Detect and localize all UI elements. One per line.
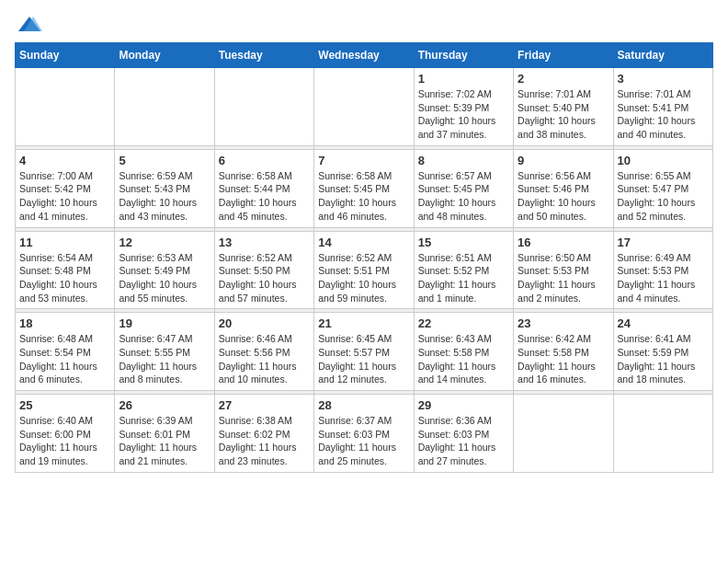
day-info: Sunrise: 6:47 AMSunset: 5:55 PMDaylight:… — [119, 332, 210, 386]
day-info: Sunrise: 7:01 AMSunset: 5:40 PMDaylight:… — [518, 87, 609, 142]
calendar-cell: 23Sunrise: 6:42 AMSunset: 5:58 PMDayligh… — [514, 313, 613, 391]
day-info: Sunrise: 6:39 AMSunset: 6:01 PMDaylight:… — [119, 414, 210, 468]
day-number: 20 — [219, 316, 310, 330]
calendar-cell: 2Sunrise: 7:01 AMSunset: 5:40 PMDaylight… — [514, 68, 613, 146]
calendar-cell: 3Sunrise: 7:01 AMSunset: 5:41 PMDaylight… — [613, 68, 712, 146]
day-info: Sunrise: 6:55 AMSunset: 5:47 PMDaylight:… — [618, 169, 709, 224]
header-day-tuesday: Tuesday — [214, 43, 313, 68]
calendar-cell: 15Sunrise: 6:51 AMSunset: 5:52 PMDayligh… — [414, 231, 513, 309]
day-number: 11 — [19, 236, 110, 249]
day-number: 7 — [318, 154, 409, 167]
day-info: Sunrise: 6:46 AMSunset: 5:56 PMDaylight:… — [219, 332, 310, 386]
day-info: Sunrise: 6:52 AMSunset: 5:50 PMDaylight:… — [219, 251, 310, 305]
day-info: Sunrise: 6:49 AMSunset: 5:53 PMDaylight:… — [618, 251, 709, 305]
day-info: Sunrise: 7:01 AMSunset: 5:41 PMDaylight:… — [618, 87, 709, 142]
day-number: 23 — [518, 316, 609, 330]
day-info: Sunrise: 6:57 AMSunset: 5:45 PMDaylight:… — [418, 169, 509, 224]
day-number: 24 — [618, 316, 709, 330]
calendar-cell: 13Sunrise: 6:52 AMSunset: 5:50 PMDayligh… — [214, 231, 313, 309]
day-info: Sunrise: 6:53 AMSunset: 5:49 PMDaylight:… — [119, 251, 210, 305]
day-number: 29 — [418, 398, 509, 412]
calendar-week-row: 11Sunrise: 6:54 AMSunset: 5:48 PMDayligh… — [16, 231, 713, 309]
day-info: Sunrise: 6:41 AMSunset: 5:59 PMDaylight:… — [618, 332, 709, 386]
day-number: 17 — [618, 236, 709, 249]
day-info: Sunrise: 6:51 AMSunset: 5:52 PMDaylight:… — [418, 251, 509, 305]
day-number: 14 — [318, 236, 409, 249]
day-number: 26 — [119, 398, 210, 412]
calendar-cell: 21Sunrise: 6:45 AMSunset: 5:57 PMDayligh… — [314, 313, 414, 391]
calendar-cell: 24Sunrise: 6:41 AMSunset: 5:59 PMDayligh… — [613, 313, 712, 391]
header-day-wednesday: Wednesday — [314, 43, 414, 68]
day-number: 3 — [618, 72, 709, 86]
calendar-cell: 14Sunrise: 6:52 AMSunset: 5:51 PMDayligh… — [314, 231, 414, 309]
calendar-cell — [115, 68, 214, 146]
day-number: 5 — [119, 154, 210, 167]
header-day-friday: Friday — [514, 43, 613, 68]
day-number: 28 — [318, 398, 409, 412]
day-info: Sunrise: 6:43 AMSunset: 5:58 PMDaylight:… — [418, 332, 509, 386]
calendar-cell: 7Sunrise: 6:58 AMSunset: 5:45 PMDaylight… — [314, 149, 414, 227]
day-info: Sunrise: 6:54 AMSunset: 5:48 PMDaylight:… — [19, 251, 110, 305]
day-info: Sunrise: 6:40 AMSunset: 6:00 PMDaylight:… — [19, 414, 110, 468]
header — [15, 15, 713, 35]
day-number: 25 — [19, 398, 110, 412]
calendar-cell — [16, 68, 115, 146]
day-info: Sunrise: 6:48 AMSunset: 5:54 PMDaylight:… — [19, 332, 110, 386]
day-number: 19 — [119, 316, 210, 330]
day-info: Sunrise: 6:45 AMSunset: 5:57 PMDaylight:… — [318, 332, 409, 386]
calendar-cell: 22Sunrise: 6:43 AMSunset: 5:58 PMDayligh… — [414, 313, 513, 391]
calendar-cell: 27Sunrise: 6:38 AMSunset: 6:02 PMDayligh… — [214, 395, 313, 473]
calendar-cell — [214, 68, 313, 146]
calendar-week-row: 1Sunrise: 7:02 AMSunset: 5:39 PMDaylight… — [16, 68, 713, 146]
day-number: 18 — [19, 316, 110, 330]
calendar-cell — [514, 395, 613, 473]
calendar-cell: 25Sunrise: 6:40 AMSunset: 6:00 PMDayligh… — [16, 395, 115, 473]
calendar-cell: 28Sunrise: 6:37 AMSunset: 6:03 PMDayligh… — [314, 395, 414, 473]
day-info: Sunrise: 7:02 AMSunset: 5:39 PMDaylight:… — [418, 87, 509, 142]
day-number: 16 — [518, 236, 609, 249]
day-number: 13 — [219, 236, 310, 249]
day-info: Sunrise: 6:56 AMSunset: 5:46 PMDaylight:… — [518, 169, 609, 224]
calendar-cell — [314, 68, 414, 146]
calendar-cell: 18Sunrise: 6:48 AMSunset: 5:54 PMDayligh… — [16, 313, 115, 391]
day-info: Sunrise: 6:50 AMSunset: 5:53 PMDaylight:… — [518, 251, 609, 305]
logo — [15, 15, 44, 35]
day-info: Sunrise: 6:37 AMSunset: 6:03 PMDaylight:… — [318, 414, 409, 468]
day-number: 8 — [418, 154, 509, 167]
calendar-cell: 17Sunrise: 6:49 AMSunset: 5:53 PMDayligh… — [613, 231, 712, 309]
day-number: 21 — [318, 316, 409, 330]
calendar-cell — [613, 395, 712, 473]
calendar-week-row: 4Sunrise: 7:00 AMSunset: 5:42 PMDaylight… — [16, 149, 713, 227]
calendar-cell: 5Sunrise: 6:59 AMSunset: 5:43 PMDaylight… — [115, 149, 214, 227]
calendar-cell: 9Sunrise: 6:56 AMSunset: 5:46 PMDaylight… — [514, 149, 613, 227]
calendar-header-row: SundayMondayTuesdayWednesdayThursdayFrid… — [16, 43, 713, 68]
day-number: 15 — [418, 236, 509, 249]
day-info: Sunrise: 6:42 AMSunset: 5:58 PMDaylight:… — [518, 332, 609, 386]
logo-icon — [17, 15, 42, 35]
calendar-cell: 10Sunrise: 6:55 AMSunset: 5:47 PMDayligh… — [613, 149, 712, 227]
day-number: 22 — [418, 316, 509, 330]
day-number: 9 — [518, 154, 609, 167]
day-info: Sunrise: 6:58 AMSunset: 5:44 PMDaylight:… — [219, 169, 310, 224]
day-number: 27 — [219, 398, 310, 412]
header-day-thursday: Thursday — [414, 43, 513, 68]
calendar-cell: 26Sunrise: 6:39 AMSunset: 6:01 PMDayligh… — [115, 395, 214, 473]
header-day-monday: Monday — [115, 43, 214, 68]
day-info: Sunrise: 6:38 AMSunset: 6:02 PMDaylight:… — [219, 414, 310, 468]
day-info: Sunrise: 7:00 AMSunset: 5:42 PMDaylight:… — [19, 169, 110, 224]
day-info: Sunrise: 6:36 AMSunset: 6:03 PMDaylight:… — [418, 414, 509, 468]
day-number: 10 — [618, 154, 709, 167]
calendar-cell: 29Sunrise: 6:36 AMSunset: 6:03 PMDayligh… — [414, 395, 513, 473]
day-number: 12 — [119, 236, 210, 249]
calendar-cell: 19Sunrise: 6:47 AMSunset: 5:55 PMDayligh… — [115, 313, 214, 391]
calendar-cell: 20Sunrise: 6:46 AMSunset: 5:56 PMDayligh… — [214, 313, 313, 391]
header-day-saturday: Saturday — [613, 43, 712, 68]
day-number: 6 — [219, 154, 310, 167]
calendar-cell: 4Sunrise: 7:00 AMSunset: 5:42 PMDaylight… — [16, 149, 115, 227]
calendar-cell: 8Sunrise: 6:57 AMSunset: 5:45 PMDaylight… — [414, 149, 513, 227]
day-info: Sunrise: 6:59 AMSunset: 5:43 PMDaylight:… — [119, 169, 210, 224]
calendar-week-row: 25Sunrise: 6:40 AMSunset: 6:00 PMDayligh… — [16, 395, 713, 473]
day-info: Sunrise: 6:58 AMSunset: 5:45 PMDaylight:… — [318, 169, 409, 224]
calendar-cell: 6Sunrise: 6:58 AMSunset: 5:44 PMDaylight… — [214, 149, 313, 227]
day-number: 2 — [518, 72, 609, 86]
